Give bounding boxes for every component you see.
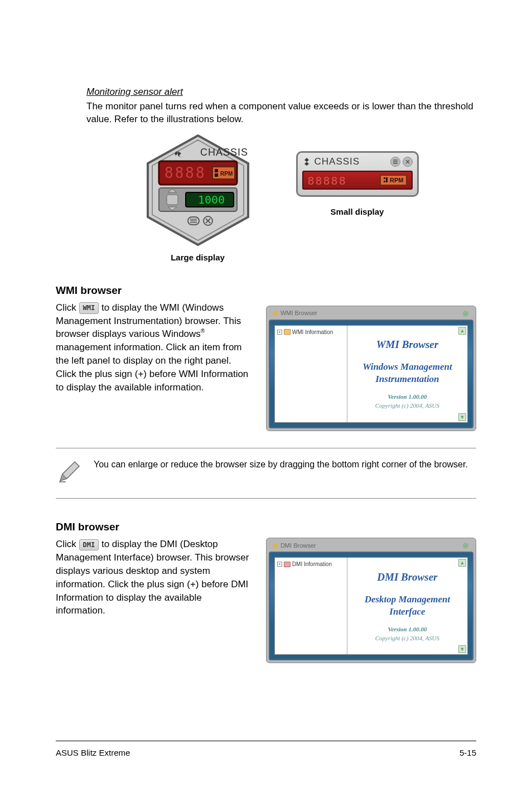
close-icon[interactable] [403,157,413,167]
page-footer: ASUS Blitz Extreme 5-15 [56,741,476,757]
list-icon[interactable] [390,157,400,167]
dmi-tree-label[interactable]: DMI Information [292,561,332,567]
small-display-caption: Small display [296,207,419,216]
fan-icon [302,157,311,166]
pencil-note-icon [56,458,83,489]
small-lcd: 88888 RPM [302,171,413,190]
svg-text:8888: 8888 [165,165,206,181]
chassis-large-label: CHASSIS [200,147,248,158]
wmi-content-sub: Windows Management Instrumentation [353,361,462,385]
dmi-content-title: DMI Browser [353,571,462,583]
chassis-small-label: CHASSIS [315,156,360,167]
wmi-version: Version 1.00.00 [353,393,462,400]
svg-text:RPM: RPM [220,171,233,177]
svg-rect-6 [215,173,218,177]
svg-text:1000: 1000 [198,193,225,206]
dmi-heading: DMI browser [56,521,476,533]
chassis-small-badge: CHASSIS 88888 RPM [296,151,419,197]
note-box: You can enlarge or reduce the browser si… [56,448,476,499]
dmi-content-sub: Desktop Management Interface [353,593,462,618]
svg-point-31 [273,543,278,549]
chassis-large-badge: CHASSIS 8888 RPM 1000 [144,134,252,248]
dmi-content: ▲ DMI Browser Desktop Management Interfa… [347,558,467,654]
folder-icon [284,329,291,335]
small-panel-header: CHASSIS [302,156,413,167]
dmi-window-title: DMI Browser [272,542,316,549]
dmi-version: Version 1.00.00 [353,626,462,632]
wmi-tree-label[interactable]: WMI Information [292,329,333,335]
svg-point-29 [273,311,278,316]
note-text: You can enlarge or reduce the browser si… [94,458,468,489]
monitoring-alert-title: Monitoring sensor alert [86,86,476,98]
tree-expand-icon[interactable]: + [277,330,282,335]
wmi-button[interactable]: WMI [79,302,99,314]
wmi-body: Click WMI to display the WMI (Windows Ma… [56,301,249,394]
wmi-browser-window: WMI Browser ⊗ + WMI Information ▲ [266,306,476,431]
wmi-copyright: Copyright (c) 2004, ASUS [353,402,462,409]
wmi-content-title: WMI Browser [353,339,462,351]
scroll-down-icon[interactable]: ▼ [458,413,466,421]
large-display-caption: Large display [144,253,252,262]
dmi-copyright: Copyright (c) 2004, ASUS [353,635,462,641]
tree-expand-icon[interactable]: + [277,562,282,567]
dmi-button[interactable]: DMI [79,539,99,551]
illustration-row: CHASSIS 8888 RPM 1000 [86,134,476,262]
svg-rect-28 [386,177,388,182]
scroll-down-icon[interactable]: ▼ [458,645,466,653]
footer-right: 5-15 [460,748,476,757]
close-icon[interactable]: ⊗ [462,310,470,317]
dmi-body: Click DMI to display the DMI (Desktop Ma… [56,538,249,617]
large-display-col: CHASSIS 8888 RPM 1000 [144,134,252,262]
footer-left: ASUS Blitz Extreme [56,748,130,757]
scroll-up-icon[interactable]: ▲ [458,327,466,335]
scroll-up-icon[interactable]: ▲ [458,559,466,567]
close-icon[interactable]: ⊗ [462,542,470,549]
chassis-hexagon-svg: CHASSIS 8888 RPM 1000 [144,134,252,246]
wmi-window-title: WMI Browser [272,310,317,317]
wmi-heading: WMI browser [56,284,476,297]
rpm-box: RPM [380,175,407,186]
wmi-content: ▲ WMI Browser Windows Management Instrum… [347,326,467,422]
svg-rect-27 [384,181,385,182]
svg-rect-10 [167,195,178,205]
dmi-browser-window: DMI Browser ⊗ + DMI Information ▲ [266,538,476,663]
dmi-tree[interactable]: + DMI Information [275,558,347,654]
folder-icon [284,562,291,567]
small-display-col: CHASSIS 88888 RPM [296,134,419,262]
monitoring-alert-body: The monitor panel turns red when a compo… [86,100,476,126]
wmi-tree[interactable]: + WMI Information [275,326,347,422]
svg-rect-5 [215,169,218,172]
svg-rect-26 [384,177,385,179]
